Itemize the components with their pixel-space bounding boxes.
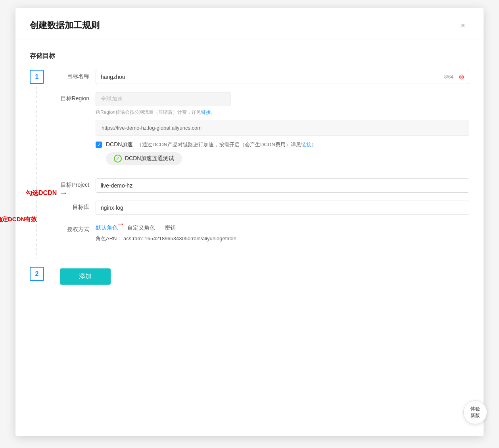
step1-container: 1 目标名称 8/64 ⊗ bbox=[30, 70, 469, 259]
target-project-label: 目标Project bbox=[52, 178, 96, 189]
auth-key[interactable]: 密钥 bbox=[165, 224, 176, 232]
checkbox-check-icon: ✓ bbox=[97, 142, 101, 147]
close-button[interactable]: × bbox=[457, 19, 469, 32]
add-button[interactable]: 添加 bbox=[60, 268, 111, 285]
auth-field: 默认角色 自定义角色 密钥 角色ARN： acs:ram::1654218965… bbox=[96, 223, 469, 243]
region-placeholder: 全球加速 bbox=[101, 96, 123, 103]
dialog-title: 创建数据加工规则 bbox=[30, 19, 100, 31]
region-hint: 跨Region传输会按公网流量（压缩后）计费，详见链接。 bbox=[96, 109, 469, 116]
target-region-label: 目标Region bbox=[52, 92, 96, 102]
auth-label: 授权方式 bbox=[52, 223, 96, 233]
target-project-row: 目标Project bbox=[52, 178, 469, 193]
target-name-row: 目标名称 8/64 ⊗ bbox=[52, 70, 469, 84]
step1-badge: 1 bbox=[30, 70, 44, 84]
dcdn-row: ✓ DCDN加速 （通过DCDN产品对链路进行加速，按需开启（会产生DCDN费用… bbox=[96, 141, 469, 148]
dcdn-test-label: DCDN加速连通测试 bbox=[125, 155, 174, 162]
dcdn-note-link[interactable]: 链接 bbox=[301, 142, 311, 147]
arn-row: 角色ARN： acs:ram::1654218965343050:role/al… bbox=[96, 235, 469, 243]
annotation-dcdn-checkbox: 勾选DCDN → bbox=[26, 188, 68, 198]
step1-left: 1 bbox=[30, 70, 44, 259]
auth-options: 默认角色 自定义角色 密钥 bbox=[96, 224, 469, 232]
target-region-input[interactable]: 全球加速 bbox=[96, 92, 230, 106]
step2-left: 2 bbox=[30, 267, 44, 281]
target-logstore-field bbox=[96, 201, 469, 215]
experience-badge-label: 体验新版 bbox=[470, 406, 480, 419]
target-project-input[interactable] bbox=[96, 178, 469, 193]
target-project-field bbox=[96, 178, 469, 193]
step1-content: 目标名称 8/64 ⊗ 目标Region bbox=[52, 70, 469, 259]
target-logstore-label: 目标库 bbox=[52, 201, 96, 211]
target-logstore-row: 目标库 bbox=[52, 201, 469, 215]
target-logstore-input[interactable] bbox=[96, 201, 469, 215]
auth-row: 授权方式 默认角色 自定义角色 密钥 角色ARN： acs:ram::16542… bbox=[52, 223, 469, 243]
target-name-input-wrapper: 8/64 ⊗ bbox=[96, 70, 469, 84]
dcdn-test-success-icon: ✓ bbox=[114, 155, 122, 163]
url-box: https://live-demo-hz.log-global.aliyuncs… bbox=[96, 120, 469, 136]
arrow-right-icon: → bbox=[59, 188, 68, 198]
dcdn-note: （通过DCDN产品对链路进行加速，按需开启（会产生DCDN费用）详见链接） bbox=[137, 141, 316, 148]
step2-content: 添加 bbox=[52, 267, 111, 285]
target-name-clear-button[interactable]: ⊗ bbox=[457, 72, 466, 82]
annotation-test-text: 点击加速连通测试，确定DCDN有效 bbox=[0, 216, 37, 223]
step2-area: 2 添加 bbox=[30, 267, 469, 285]
auth-custom-role[interactable]: 自定义角色 bbox=[127, 224, 155, 232]
dcdn-checkbox[interactable]: ✓ bbox=[96, 142, 102, 148]
experience-badge[interactable]: 体验新版 bbox=[463, 400, 487, 424]
annotation-dcdn-test: 点击加速连通测试，确定DCDN有效 bbox=[0, 216, 37, 223]
dialog-body: 存储目标 勾选DCDN → 点击加速连通测试，确定DCDN有效 → 1 bbox=[15, 40, 484, 293]
target-name-field: 8/64 ⊗ bbox=[96, 70, 469, 84]
auth-default-role[interactable]: 默认角色 bbox=[96, 224, 118, 232]
target-region-row: 目标Region 全球加速 跨Region传输会按公网流量（压缩后）计费，详见链… bbox=[52, 92, 469, 170]
create-rule-dialog: 创建数据加工规则 × 存储目标 勾选DCDN → 点击加速连通测试，确定DCDN… bbox=[15, 8, 484, 436]
target-name-input[interactable] bbox=[96, 70, 469, 84]
target-name-char-count: 8/64 bbox=[444, 74, 453, 80]
dcdn-test-button[interactable]: ✓ DCDN加速连通测试 bbox=[106, 152, 182, 165]
annotation-test-arrow: → bbox=[116, 219, 125, 229]
arn-value: acs:ram::1654218965343050:role/aliyunlog… bbox=[123, 235, 236, 241]
step1-line bbox=[36, 86, 37, 259]
target-name-label: 目标名称 bbox=[52, 70, 96, 80]
dcdn-label: DCDN加速 bbox=[106, 141, 133, 148]
arn-label: 角色ARN： bbox=[96, 235, 122, 241]
step2-badge: 2 bbox=[30, 267, 44, 281]
target-region-field: 全球加速 跨Region传输会按公网流量（压缩后）计费，详见链接。 https:… bbox=[96, 92, 469, 170]
section-storage-target: 存储目标 bbox=[30, 52, 469, 60]
form-area: 勾选DCDN → 点击加速连通测试，确定DCDN有效 → 1 目标名称 bbox=[30, 70, 469, 285]
region-hint-link[interactable]: 链接 bbox=[201, 109, 211, 115]
dialog-header: 创建数据加工规则 × bbox=[15, 8, 484, 40]
